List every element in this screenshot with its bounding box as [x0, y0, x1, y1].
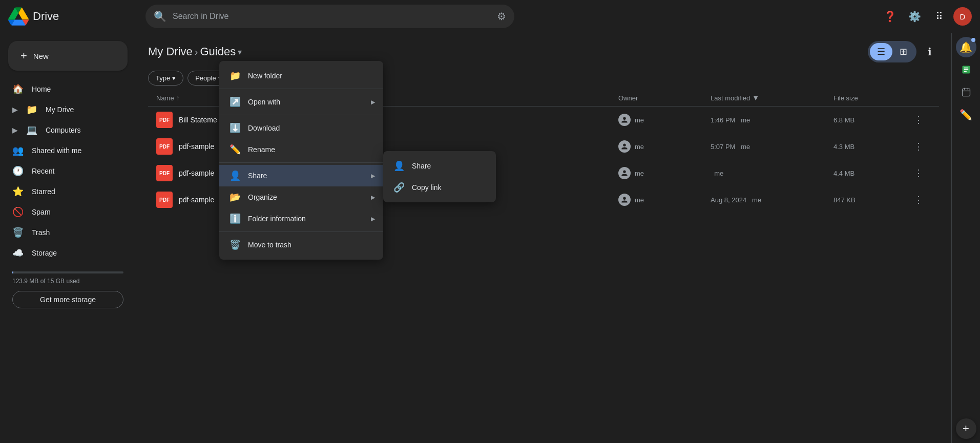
rename-icon: ✏️ — [230, 144, 240, 155]
menu-item-share[interactable]: 👤 Share — [219, 165, 383, 186]
menu-item-rename[interactable]: ✏️ Rename — [219, 139, 383, 160]
move-trash-icon: 🗑️ — [230, 239, 240, 250]
submenu-item-share[interactable]: 👤 Share — [383, 155, 496, 177]
submenu-item-label-share: Share — [412, 162, 431, 170]
menu-item-open-with[interactable]: ↗️ Open with — [219, 91, 383, 113]
menu-item-label-rename: Rename — [248, 145, 275, 154]
submenu-share-icon: 👤 — [393, 160, 404, 172]
menu-divider — [219, 115, 383, 115]
submenu-item-copy-link[interactable]: 🔗 Copy link — [383, 177, 496, 198]
menu-divider — [219, 231, 383, 232]
menu-item-download[interactable]: ⬇️ Download — [219, 117, 383, 139]
organize-icon: 📂 — [230, 192, 240, 203]
menu-item-label-folder-info: Folder information — [248, 215, 306, 223]
menu-item-organize[interactable]: 📂 Organize — [219, 186, 383, 208]
folder-info-icon: ℹ️ — [230, 213, 240, 224]
menu-divider — [219, 162, 383, 163]
menu-divider — [219, 89, 383, 89]
submenu-item-label-copy-link: Copy link — [412, 183, 442, 192]
context-menu-overlay[interactable]: 📁 New folder ↗️ Open with ⬇️ Download ✏️… — [0, 0, 980, 443]
submenu-share: 👤 Share 🔗 Copy link — [383, 151, 496, 202]
menu-item-label-organize: Organize — [248, 193, 277, 201]
menu-item-label-new-folder: New folder — [248, 72, 282, 80]
menu-item-new-folder[interactable]: 📁 New folder — [219, 65, 383, 87]
menu-item-label-open-with: Open with — [248, 98, 280, 106]
new-folder-icon: 📁 — [230, 70, 240, 81]
context-menu: 📁 New folder ↗️ Open with ⬇️ Download ✏️… — [219, 61, 383, 260]
menu-item-label-share: Share — [248, 172, 267, 180]
menu-item-label-move-trash: Move to trash — [248, 241, 291, 249]
submenu-copy-link-icon: 🔗 — [393, 182, 404, 193]
share-icon: 👤 — [230, 170, 240, 181]
menu-item-folder-info[interactable]: ℹ️ Folder information — [219, 208, 383, 229]
open-with-icon: ↗️ — [230, 96, 240, 108]
menu-item-label-download: Download — [248, 124, 280, 132]
menu-item-move-trash[interactable]: 🗑️ Move to trash — [219, 234, 383, 256]
download-icon: ⬇️ — [230, 122, 240, 134]
